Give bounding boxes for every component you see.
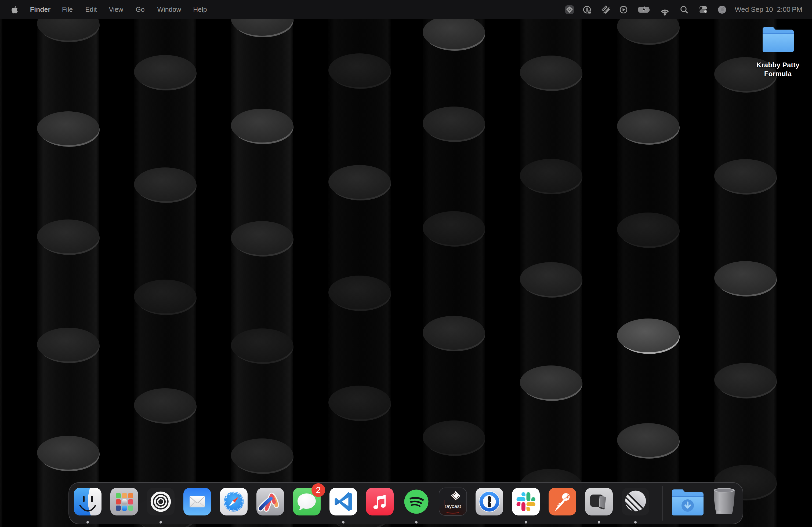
svg-text:raycast: raycast [445, 503, 461, 509]
